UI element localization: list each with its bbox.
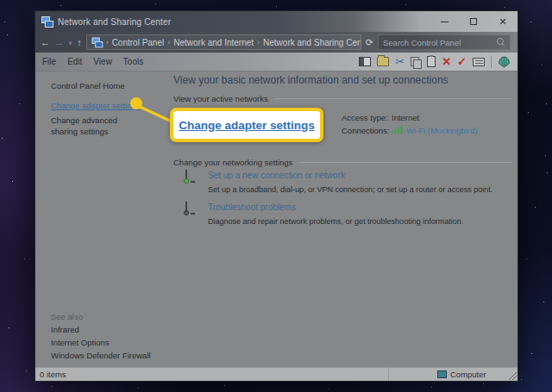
minimize-icon <box>441 22 448 22</box>
toolbar: ▾ ✂ ✕ ✓ <box>359 55 511 69</box>
active-networks-label-text: View your active networks <box>173 93 268 104</box>
properties-glyph <box>473 58 485 66</box>
breadcrumb-network-and-sharing-center[interactable]: Network and Sharing Center <box>263 38 361 47</box>
copy-icon[interactable] <box>411 55 421 69</box>
window-controls: ✕ <box>430 11 518 32</box>
troubleshoot-badge <box>184 210 189 215</box>
connections-row: Connections: Wi-Fi (Mockingbird) <box>342 124 477 137</box>
access-type-row: Access type: Internet <box>342 111 477 124</box>
close-icon: ✕ <box>499 17 506 27</box>
title-bar[interactable]: Network and Sharing Center ✕ <box>35 11 518 32</box>
stars-decoration <box>0 0 1 1</box>
wifi-signal-icon <box>392 124 403 137</box>
minimize-button[interactable] <box>430 11 459 32</box>
computer-icon <box>437 370 447 378</box>
shell-glyph <box>498 56 511 68</box>
desktop-wallpaper: Network and Sharing Center ✕ ← → ∨ ↑ › C… <box>0 0 552 392</box>
networking-settings-label-text: Change your networking settings <box>173 157 292 168</box>
status-bar: 0 items Computer <box>35 367 518 381</box>
section-divider <box>299 162 512 163</box>
sidebar-item-change-advanced-sharing-settings[interactable]: Change advanced sharing settings <box>35 115 146 137</box>
active-networks-section-label: View your active networks <box>173 93 512 104</box>
address-bar: ← → ∨ ↑ › Control Panel › Network and In… <box>35 32 518 53</box>
setup-connection-icon <box>185 171 201 184</box>
close-button[interactable]: ✕ <box>488 11 518 32</box>
change-adapter-settings-link[interactable]: Change adapter settings <box>51 100 141 111</box>
callout-highlight-box: Change adapter settings <box>170 108 323 142</box>
delete-icon[interactable]: ✕ <box>442 55 451 69</box>
copy-glyph <box>411 57 421 67</box>
window-title: Network and Sharing Center <box>58 17 171 27</box>
cut-icon[interactable]: ✂ <box>395 55 405 69</box>
confirm-check-icon[interactable]: ✓ <box>457 55 467 69</box>
new-connection-badge <box>184 178 189 184</box>
setup-connection-item: Set up a new connection or network Set u… <box>185 170 512 195</box>
maximize-icon <box>470 18 477 25</box>
troubleshoot-description: Diagnose and repair network problems, or… <box>208 216 463 227</box>
see-also-section: See also Infrared Internet Options Windo… <box>35 310 165 362</box>
breadcrumb-control-panel[interactable]: Control Panel <box>112 38 165 47</box>
setup-connection-text: Set up a new connection or network Set u… <box>208 170 492 195</box>
resize-grip[interactable] <box>508 371 517 380</box>
see-also-header: See also <box>35 310 165 323</box>
access-type-label: Access type: <box>342 111 392 124</box>
search-box[interactable] <box>378 34 511 50</box>
wifi-connection-link[interactable]: Wi-Fi (Mockingbird) <box>406 124 477 137</box>
layout-pane-icon[interactable] <box>359 55 371 69</box>
breadcrumb-separator: › <box>106 38 109 47</box>
sidebar-item-control-panel-home[interactable]: Control Panel Home <box>35 80 165 91</box>
sidebar-item-windows-defender-firewall[interactable]: Windows Defender Firewall <box>35 349 165 362</box>
new-folder-icon[interactable]: ▾ <box>377 55 390 69</box>
paste-icon[interactable] <box>427 55 436 69</box>
properties-icon[interactable] <box>473 55 485 69</box>
menu-bar: File Edit View Tools ▾ ✂ ✕ ✓ <box>35 53 518 72</box>
up-button[interactable]: ↑ <box>77 38 82 47</box>
search-icon <box>497 38 505 47</box>
search-input[interactable] <box>383 38 497 47</box>
network-sharing-center-window: Network and Sharing Center ✕ ← → ∨ ↑ › C… <box>34 10 518 382</box>
back-button[interactable]: ← <box>41 38 50 47</box>
troubleshoot-icon <box>185 202 201 215</box>
access-type-value: Internet <box>392 111 419 124</box>
sidebar: Control Panel Home Change adapter settin… <box>35 72 165 367</box>
setup-connection-description: Set up a broadband, dial-up, or VPN conn… <box>208 184 492 195</box>
breadcrumb-separator: › <box>167 38 170 47</box>
breadcrumb-separator: › <box>257 38 260 47</box>
troubleshoot-item: Troubleshoot problems Diagnose and repai… <box>185 202 512 227</box>
computer-label: Computer <box>450 370 486 379</box>
items-count: 0 items <box>40 370 66 379</box>
paste-glyph <box>427 56 436 67</box>
menu-tools[interactable]: Tools <box>123 57 143 66</box>
section-divider <box>275 98 512 99</box>
status-computer-zone: Computer <box>388 368 518 381</box>
networking-settings-section-label: Change your networking settings <box>173 157 512 168</box>
network-info: Access type: Internet Connections: <box>342 111 477 137</box>
folder-glyph <box>377 57 389 66</box>
callout-change-adapter-settings: Change adapter settings <box>179 119 315 132</box>
troubleshoot-link[interactable]: Troubleshoot problems <box>208 202 296 213</box>
toolbar-separator <box>491 56 492 68</box>
menu-file[interactable]: File <box>42 57 56 66</box>
breadcrumb-network-icon <box>91 38 102 47</box>
app-network-icon <box>41 16 53 27</box>
layout-pane-glyph <box>359 57 371 66</box>
forward-button[interactable]: → <box>54 38 64 47</box>
breadcrumb[interactable]: › Control Panel › Network and Internet ›… <box>86 34 361 50</box>
connections-label: Connections: <box>342 124 392 137</box>
maximize-button[interactable] <box>459 11 488 32</box>
troubleshoot-text: Troubleshoot problems Diagnose and repai… <box>208 202 463 227</box>
refresh-icon[interactable]: ⟳ <box>366 37 373 48</box>
shell-icon[interactable] <box>498 55 511 69</box>
menu-view[interactable]: View <box>93 57 112 66</box>
breadcrumb-network-and-internet[interactable]: Network and Internet <box>173 38 254 47</box>
sidebar-item-internet-options[interactable]: Internet Options <box>35 336 165 349</box>
sidebar-item-infrared[interactable]: Infrared <box>35 323 165 336</box>
sidebar-item-change-adapter-settings[interactable]: Change adapter settings <box>35 100 165 111</box>
page-title: View your basic network information and … <box>173 74 512 86</box>
setup-connection-link[interactable]: Set up a new connection or network <box>208 170 345 181</box>
history-dropdown-icon[interactable]: ∨ <box>68 40 72 46</box>
menu-edit[interactable]: Edit <box>67 57 82 66</box>
